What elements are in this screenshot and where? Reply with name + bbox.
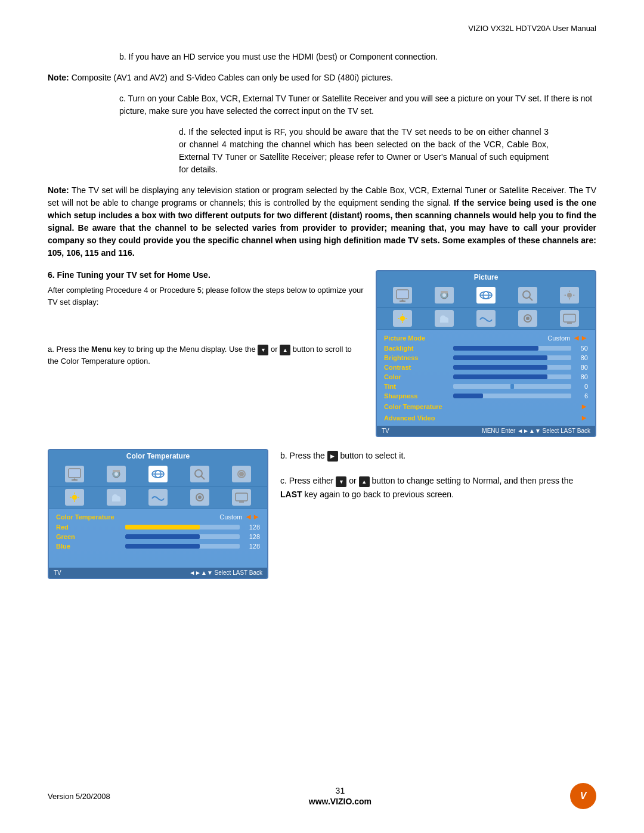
para-a-menu: a. Press the Menu key to bring up the Me… [48, 343, 364, 367]
ct-row-red: Red 128 [54, 522, 262, 532]
ct-icon-camera [107, 466, 126, 482]
ct-icon2-wave [148, 489, 168, 506]
tv-row-color: Color 80 [382, 372, 590, 382]
ct-screen: Color Temperature [48, 449, 268, 579]
vizio-logo-icon: V [570, 783, 596, 809]
header-title: VIZIO VX32L HDTV20A User Manual [468, 24, 596, 33]
ct-icons-row1 [49, 462, 267, 487]
svg-line-34 [201, 476, 205, 479]
svg-line-10 [529, 297, 532, 301]
section-bottom-right: b. Press the ▶ button to select it. c. P… [280, 449, 596, 509]
svg-rect-19 [440, 320, 448, 323]
ct-icon2-sun [65, 489, 84, 506]
ct-row-green: Green 128 [54, 532, 262, 541]
svg-rect-24 [69, 469, 80, 478]
tv-icon2-tv [560, 310, 579, 327]
ct-icon-picture [65, 466, 84, 482]
svg-point-20 [526, 317, 530, 320]
tv-icon-scope [518, 287, 537, 304]
ct-icon-scope [190, 466, 209, 482]
tv-row-picture-mode: Picture Mode Custom ◄► [382, 332, 590, 343]
tv-row-sharpness: Sharpness 6 [382, 391, 590, 401]
svg-rect-5 [441, 291, 448, 293]
tv-icon2-cloud [435, 310, 454, 327]
section-6-left: Fine Tuning your TV set for Home Use. Af… [48, 270, 364, 367]
tv-icons-row [377, 283, 595, 308]
ct-icon2-cloud [107, 489, 126, 506]
svg-point-4 [442, 293, 446, 297]
svg-rect-26 [72, 479, 78, 481]
ct-title: Color Temperature [49, 450, 267, 462]
footer-logo: V [570, 783, 596, 809]
tv-icons-row2 [377, 308, 595, 330]
svg-point-35 [239, 472, 244, 476]
svg-rect-44 [112, 498, 120, 501]
ct-icon2-gear [190, 489, 209, 506]
svg-point-11 [567, 293, 572, 298]
tv-row-advanced-video: Advanced Video ► [382, 412, 590, 423]
ct-row-color-temp: Color Temperature Custom ◄► [54, 511, 262, 522]
color-temp-section: Color Temperature [48, 449, 268, 579]
svg-rect-0 [397, 290, 408, 299]
tv-bottom-bar: TV MENU Enter ◄►▲▼ Select LAST Back [377, 426, 595, 436]
up-btn-icon2: ▲ [359, 476, 370, 487]
para-c: c. Turn on your Cable Box, VCR, External… [119, 92, 596, 117]
select-btn-icon: ▶ [327, 451, 338, 462]
tv-icon2-sun [393, 310, 412, 327]
svg-rect-47 [236, 493, 247, 501]
page-container: VIZIO VX32L HDTV20A User Manual b. If yo… [0, 0, 644, 833]
tv-picture-screen: Picture [376, 270, 596, 437]
note1: Note: Composite (AV1 and AV2) and S-Vide… [48, 72, 596, 84]
section-6: Fine Tuning your TV set for Home Use. Af… [48, 270, 596, 437]
page-header: VIZIO VX32L HDTV20A User Manual [48, 24, 596, 33]
ct-icon-settings [232, 466, 251, 482]
svg-point-45 [198, 496, 202, 499]
para-d: d. If the selected input is RF, you shou… [179, 126, 549, 176]
tv-row-brightness: Brightness 80 [382, 353, 590, 363]
tv-row-contrast: Contrast 80 [382, 363, 590, 372]
tv-menu-area: Picture Mode Custom ◄► Backlight 50 Brig… [377, 330, 595, 426]
tv-icon-camera [435, 287, 454, 304]
svg-point-37 [72, 495, 77, 500]
svg-rect-22 [564, 314, 575, 322]
tv-row-backlight: Backlight 50 [382, 343, 590, 353]
footer: Version 5/20/2008 31 www.VIZIO.com V [48, 783, 596, 809]
tv-title: Picture [377, 271, 595, 283]
tv-icon2-gear [518, 310, 537, 327]
ct-icon-active [148, 466, 168, 482]
ct-bottom-bar: TV ◄►▲▼ Select LAST Back [49, 568, 267, 578]
ct-icons-row2 [49, 487, 267, 509]
down-btn-icon: ▼ [336, 476, 346, 487]
note2: Note: The TV set will be displaying any … [48, 184, 596, 259]
ct-row-blue: Blue 128 [54, 541, 262, 551]
down-arrow-icon: ▼ [258, 345, 268, 355]
tv-row-tint: Tint 0 [382, 382, 590, 391]
section-bottom: Color Temperature [48, 449, 596, 579]
svg-rect-29 [113, 470, 120, 472]
ct-menu-area: Color Temperature Custom ◄► Red 128 Gree… [49, 509, 267, 568]
tv-icon-settings [560, 287, 579, 304]
picture-screen: Picture [376, 270, 596, 437]
footer-center: 31 www.VIZIO.com [309, 786, 371, 806]
svg-point-28 [114, 472, 118, 476]
section6-title: Fine Tuning your TV set for Home Use. [48, 270, 364, 280]
tv-row-color-temp: Color Temperature ► [382, 401, 590, 412]
svg-rect-2 [400, 301, 405, 302]
press-b-text: b. Press the ▶ button to select it. [280, 449, 596, 462]
ct-icon2-tv [232, 489, 251, 506]
tv-icon-active [476, 287, 496, 304]
tv-icon-picture [393, 287, 412, 304]
footer-version: Version 5/20/2008 [48, 792, 110, 801]
section6-sub: After completing Procedure 4 or Procedur… [48, 284, 364, 308]
para-b: b. If you have an HD service you must us… [119, 51, 596, 63]
up-arrow-icon: ▲ [280, 345, 290, 355]
tv-icon2-wave [476, 310, 496, 327]
press-c-text: c. Press either ▼ or ▲ button to change … [280, 474, 596, 501]
svg-point-12 [400, 316, 405, 321]
